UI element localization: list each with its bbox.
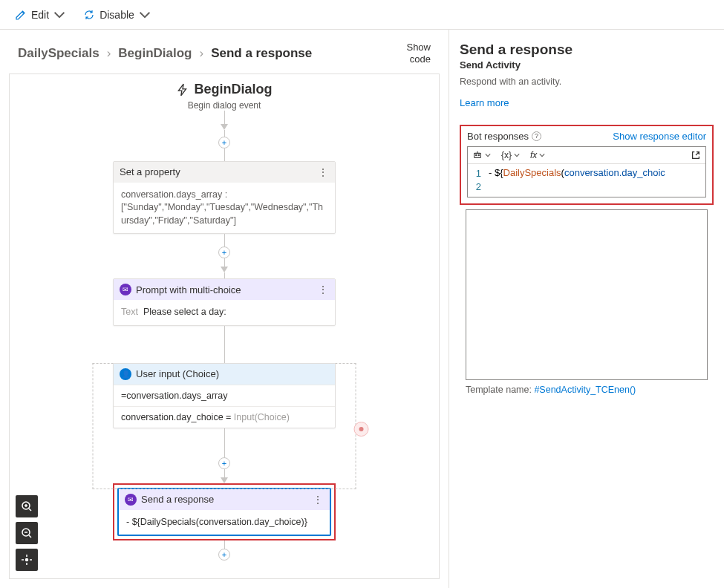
trigger-title: BeginDialog: [194, 82, 272, 97]
svg-rect-3: [474, 153, 481, 157]
help-icon[interactable]: ?: [532, 131, 541, 141]
show-code-button[interactable]: Show code: [401, 42, 431, 65]
bot-responses-panel: Bot responses ? Show response editor {x}: [460, 125, 714, 205]
node-title: User input (Choice): [136, 368, 219, 379]
canvas-scroll[interactable]: BeginDialog Begin dialog event + Set a p…: [9, 74, 440, 579]
edit-label: Edit: [31, 9, 49, 21]
details-title: Send a response: [460, 42, 714, 58]
trigger-subtitle: Begin dialog event: [10, 100, 439, 111]
chevron-down-icon: [514, 152, 520, 158]
chat-icon: ✉: [125, 494, 137, 506]
node-title: Send a response: [141, 494, 214, 505]
node-menu-button[interactable]: ⋮: [318, 166, 329, 178]
braces-label: {x}: [501, 150, 512, 160]
user-input-node[interactable]: 👤 User input (Choice) =conversation.days…: [113, 363, 336, 428]
add-action-button[interactable]: +: [218, 457, 230, 469]
breadcrumb: DailySpecials › BeginDialog › Send a res…: [18, 46, 312, 61]
prompt-text-value: Please select a day:: [143, 307, 226, 317]
node-title: Prompt with multi-choice: [136, 284, 241, 295]
zoom-in-icon: [21, 500, 33, 512]
bot-icon: [472, 150, 483, 160]
zoom-out-button[interactable]: [16, 522, 38, 544]
fx-label: fx: [530, 150, 537, 160]
send-response-highlight: ✉ Send a response ⋮ - ${DailySpecials(co…: [113, 483, 336, 541]
send-response-node[interactable]: ✉ Send a response ⋮ - ${DailySpecials(co…: [117, 488, 331, 537]
breadcrumb-separator: ›: [107, 46, 111, 61]
chat-icon: ✉: [120, 284, 131, 295]
template-name-row: Template name: #SendActivity_TCEnen(): [460, 380, 714, 395]
canvas-pane: DailySpecials › BeginDialog › Send a res…: [0, 30, 449, 588]
add-action-button[interactable]: +: [218, 549, 230, 561]
breadcrumb-item[interactable]: Send a response: [211, 46, 312, 61]
details-description: Respond with an activity.: [460, 76, 714, 87]
user-input-assign: conversation.day_choice =: [121, 412, 234, 422]
template-name-label: Template name:: [466, 385, 534, 395]
breadcrumb-separator: ›: [199, 46, 203, 61]
code-content[interactable]: - ${DailySpecials(conversation.day_choic: [484, 164, 670, 197]
chevron-down-icon: [53, 9, 65, 21]
code-gutter: 1 2: [468, 164, 484, 197]
details-kind: Send Activity: [460, 59, 714, 71]
svg-point-2: [26, 559, 28, 561]
zoom-controls: [16, 495, 38, 571]
toolbar: Edit Disable: [0, 0, 724, 30]
chevron-down-icon: [539, 152, 545, 158]
node-title: Set a property: [120, 166, 180, 177]
node-menu-button[interactable]: ⋮: [318, 284, 329, 295]
user-input-row: conversation.day_choice = Input(Choice): [114, 406, 335, 428]
insert-template-button[interactable]: [472, 150, 491, 160]
pencil-icon: [15, 9, 27, 21]
user-input-placeholder: Input(Choice): [234, 412, 290, 422]
target-icon: [21, 554, 33, 566]
add-action-button[interactable]: +: [218, 246, 230, 258]
show-code-label: Show code: [401, 42, 431, 65]
disable-button[interactable]: Disable: [83, 9, 151, 21]
warning-indicator-icon[interactable]: [354, 422, 369, 437]
zoom-in-button[interactable]: [16, 495, 38, 517]
refresh-icon: [83, 9, 95, 21]
zoom-out-icon: [21, 527, 33, 539]
prompt-node[interactable]: ✉ Prompt with multi-choice ⋮ Text Please…: [113, 278, 336, 326]
prompt-text-label: Text: [121, 307, 138, 317]
bot-responses-label: Bot responses ?: [467, 131, 541, 142]
trigger-node[interactable]: BeginDialog Begin dialog event: [10, 74, 439, 111]
learn-more-link[interactable]: Learn more: [460, 97, 509, 108]
insert-function-button[interactable]: fx: [530, 150, 545, 160]
breadcrumb-item[interactable]: DailySpecials: [18, 46, 100, 61]
chevron-down-icon: [139, 9, 151, 21]
node-body: conversation.days_array : ["Sunday","Mon…: [114, 183, 335, 234]
edit-button[interactable]: Edit: [15, 9, 65, 21]
details-pane: Send a response Send Activity Respond wi…: [449, 30, 724, 588]
svg-point-5: [478, 154, 479, 155]
set-property-node[interactable]: Set a property ⋮ conversation.days_array…: [113, 161, 336, 235]
template-name-link[interactable]: #SendActivity_TCEnen(): [534, 385, 636, 395]
add-action-button[interactable]: +: [218, 137, 230, 148]
popout-icon[interactable]: [691, 150, 701, 160]
svg-point-4: [476, 154, 477, 155]
person-icon: 👤: [120, 368, 131, 380]
show-response-editor-link[interactable]: Show response editor: [613, 131, 706, 142]
breadcrumb-item[interactable]: BeginDialog: [118, 46, 192, 61]
locate-button[interactable]: [16, 549, 38, 571]
code-editor[interactable]: {x} fx 1 2 - ${DailyS: [467, 146, 706, 197]
user-input-row: =conversation.days_array: [114, 385, 335, 406]
disable-label: Disable: [100, 9, 134, 21]
lightning-icon: [176, 83, 189, 97]
expanded-editor-area[interactable]: [466, 209, 708, 380]
chevron-down-icon: [485, 152, 491, 158]
node-body: - ${DailySpecials(conversation.day_choic…: [119, 510, 330, 535]
insert-property-button[interactable]: {x}: [501, 150, 520, 160]
node-menu-button[interactable]: ⋮: [313, 494, 324, 506]
